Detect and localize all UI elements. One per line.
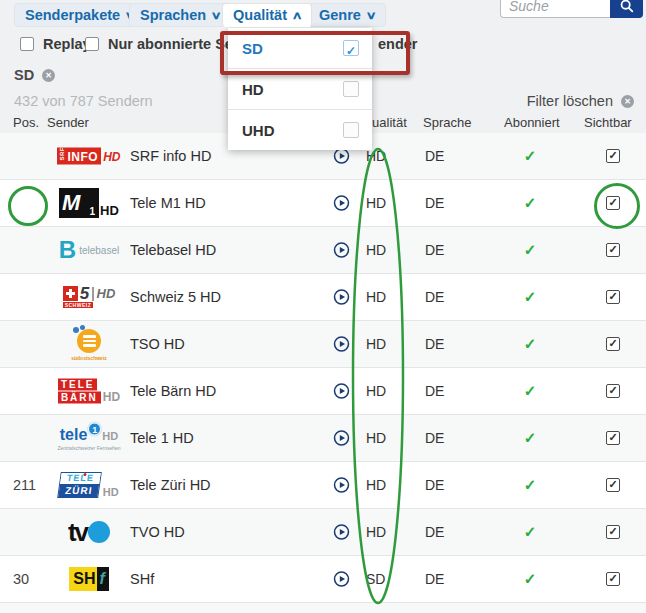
toolbar-checkbox-replay[interactable]: Replay	[20, 36, 91, 52]
channel-language: DE	[425, 524, 444, 540]
quality-option-sd[interactable]: SD✓	[228, 28, 372, 68]
header-pos: Pos.	[13, 115, 39, 130]
channel-list-app: Senderpakete∨Sprachen∨Qualität∧Genre∨ en…	[0, 0, 646, 613]
search-box	[500, 0, 643, 18]
channel-quality: SD	[366, 571, 385, 587]
channel-language: DE	[425, 289, 444, 305]
quality-dropdown: SD✓HDUHD	[228, 28, 372, 150]
channel-name: TVO HD	[130, 524, 185, 540]
filter-button-sprachen[interactable]: Sprachen∨	[129, 3, 231, 27]
channel-name: Tele Züri HD	[130, 477, 211, 493]
channel-quality: HD	[366, 477, 386, 493]
play-icon[interactable]	[333, 524, 350, 541]
play-icon[interactable]	[333, 430, 350, 447]
checkbox-tick: ✓	[607, 150, 619, 161]
visible-checkbox[interactable]: ✓	[606, 431, 620, 445]
visible-checkbox[interactable]: ✓	[606, 478, 620, 492]
search-input[interactable]	[500, 0, 610, 18]
visible-checkbox[interactable]: ✓	[606, 337, 620, 351]
remove-filter-icon[interactable]: ✕	[42, 69, 55, 82]
play-icon[interactable]	[333, 336, 350, 353]
search-button[interactable]	[610, 0, 643, 18]
chip-label: SD	[14, 67, 34, 83]
table-row: M1HD Tele M1 HD HD DE ✓ ✓	[0, 180, 646, 227]
channel-logo: tele1HDZentralschweizer Fernsehen	[50, 426, 128, 451]
visible-checkbox[interactable]: ✓	[606, 384, 620, 398]
channel-language: DE	[425, 195, 444, 211]
channel-table-body: SRFINFOHD SRF info HD HD DE ✓ ✓ M1HD Tel…	[0, 133, 646, 603]
header-abonniert: Abonniert	[504, 115, 560, 130]
channel-logo: SRFINFOHD	[50, 148, 128, 165]
table-row: 211 TELEZÜRIHD Tele Züri HD HD DE ✓ ✓	[0, 462, 646, 509]
visible-checkbox[interactable]: ✓	[606, 149, 620, 163]
table-row: 30 SHf SHf SD DE ✓ ✓	[0, 556, 646, 603]
clear-filters-label: Filter löschen	[527, 93, 613, 109]
checkbox-tick: ✓	[607, 526, 619, 537]
partial-next-row	[0, 603, 646, 613]
subscribed-check-icon: ✓	[522, 382, 538, 400]
channel-name: Schweiz 5 HD	[130, 289, 221, 305]
channel-language: DE	[425, 336, 444, 352]
checkbox-tick: ✓	[607, 479, 619, 490]
play-icon[interactable]	[333, 571, 350, 588]
quality-option-label: UHD	[242, 122, 275, 139]
toolbar-checkbox-abonnierte[interactable]: Nur abonnierte Se	[85, 36, 233, 52]
channel-position: 211	[13, 477, 36, 493]
header-sichtbar: Sichtbar	[584, 115, 632, 130]
channel-language: DE	[425, 477, 444, 493]
table-row: tele1HDZentralschweizer Fernsehen Tele 1…	[0, 415, 646, 462]
channel-logo: TELEZÜRIHD	[50, 472, 128, 498]
channel-logo: SHf	[50, 567, 128, 591]
play-icon[interactable]	[333, 148, 350, 165]
checkbox-icon	[85, 37, 99, 51]
table-row: TELEBÄRNHD Tele Bärn HD HD DE ✓ ✓	[0, 368, 646, 415]
channel-logo: TELEBÄRNHD	[50, 379, 128, 404]
subscribed-check-icon: ✓	[522, 523, 538, 541]
play-icon[interactable]	[333, 289, 350, 306]
channel-quality: HD	[366, 524, 386, 540]
channel-language: DE	[425, 383, 444, 399]
header-sender: Sender	[47, 115, 89, 130]
channel-quality: HD	[366, 242, 386, 258]
quality-option-checkbox[interactable]	[343, 81, 359, 97]
visible-checkbox[interactable]: ✓	[606, 290, 620, 304]
filter-button-genre[interactable]: Genre∨	[308, 3, 386, 27]
play-icon[interactable]	[333, 383, 350, 400]
filter-button-label: Senderpakete	[25, 7, 120, 23]
subscribed-check-icon: ✓	[522, 288, 538, 306]
channel-logo: tv	[50, 519, 128, 545]
checkbox-tick: ✓	[607, 432, 619, 443]
quality-option-checkbox[interactable]	[343, 122, 359, 138]
table-row: tv TVO HD HD DE ✓ ✓	[0, 509, 646, 556]
clear-filters-button[interactable]: Filter löschen ✕	[527, 93, 634, 109]
chevron-up-icon: ∧	[291, 10, 302, 21]
subscribed-check-icon: ✓	[522, 241, 538, 259]
occluded-label-fragment: ender	[378, 36, 418, 52]
channel-logo: Btelebasel	[50, 238, 128, 262]
checkbox-label: Nur abonnierte Se	[108, 36, 233, 52]
quality-option-uhd[interactable]: UHD	[228, 109, 372, 150]
channel-quality: HD	[366, 289, 386, 305]
checkbox-tick: ✓	[607, 291, 619, 302]
table-row: 5HDSCHWEIZ Schweiz 5 HD HD DE ✓ ✓	[0, 274, 646, 321]
play-icon[interactable]	[333, 195, 350, 212]
search-icon	[619, 0, 635, 14]
visible-checkbox[interactable]: ✓	[606, 196, 620, 210]
checkbox-label: Replay	[43, 36, 91, 52]
visible-checkbox[interactable]: ✓	[606, 525, 620, 539]
channel-name: Tele Bärn HD	[130, 383, 216, 399]
channel-name: Tele M1 HD	[130, 195, 206, 211]
visible-checkbox[interactable]: ✓	[606, 243, 620, 257]
channel-logo: südostschweiz	[50, 327, 128, 361]
filter-button-qualitt[interactable]: Qualität∧	[222, 3, 312, 27]
subscribed-check-icon: ✓	[522, 147, 538, 165]
channel-name: SRF info HD	[130, 148, 211, 164]
play-icon[interactable]	[333, 477, 350, 494]
quality-option-hd[interactable]: HD	[228, 68, 372, 109]
filter-button-senderpakete[interactable]: Senderpakete∨	[14, 3, 145, 27]
quality-option-checkbox[interactable]: ✓	[343, 40, 359, 56]
play-icon[interactable]	[333, 242, 350, 259]
checkbox-tick: ✓	[607, 573, 619, 584]
visible-checkbox[interactable]: ✓	[606, 572, 620, 586]
channel-position: 30	[13, 571, 29, 587]
